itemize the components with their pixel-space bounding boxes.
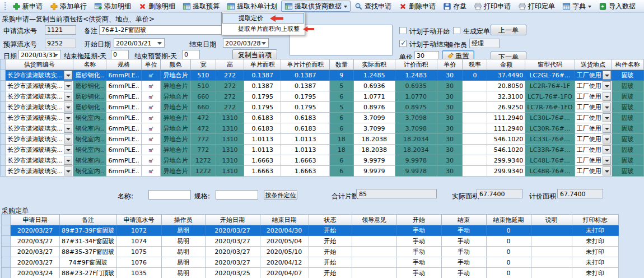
table-cell[interactable]: 1.6663 — [281, 155, 330, 166]
table-cell[interactable]: 6 — [329, 123, 353, 134]
dropdown-arrow-icon[interactable] — [603, 145, 611, 154]
filter-spec-field[interactable] — [216, 190, 258, 200]
table-cell[interactable]: 6mmPLE.. — [106, 155, 141, 166]
row-selector-gutter[interactable] — [2, 268, 11, 278]
end-date-combo[interactable]: 2020/03/28 — [223, 38, 269, 48]
table-cell[interactable]: 磨砂钢化.. — [73, 102, 106, 113]
column-header[interactable]: 单价 — [437, 59, 463, 70]
table-cell[interactable]: 2020/03/27 — [11, 257, 60, 268]
table-row[interactable]: 长沙市潇湘玻璃实...磨砂钢化..6mmPLE..㎡异地合片5102720.13… — [1, 70, 644, 81]
column-header[interactable]: 实际面积 — [353, 59, 395, 70]
table-cell[interactable]: LC48R-76#... — [525, 166, 575, 177]
column-header[interactable]: 宽 — [190, 59, 216, 70]
table-cell[interactable]: 18.2034 — [395, 145, 437, 155]
table-cell[interactable]: 510 — [190, 70, 216, 81]
toolbar-grip[interactable] — [4, 2, 6, 10]
table-cell[interactable]: 546.1020 — [487, 145, 525, 155]
table-row[interactable]: 2020/03/2789#37-39F窗固玻1072易明2020/03/2720… — [2, 225, 619, 236]
table-cell[interactable]: 18 — [329, 134, 353, 145]
row-selector-gutter[interactable] — [1, 113, 6, 123]
warn-days-field[interactable] — [182, 50, 200, 59]
table-cell[interactable]: 工厂使用 — [575, 166, 612, 177]
table-cell[interactable]: 长沙市潇湘玻璃实... — [6, 134, 73, 145]
toolbar-button-find-request[interactable]: 查找申请 — [351, 1, 395, 12]
table-cell[interactable]: 18.2038 — [353, 134, 395, 145]
toolbar-button-extract-budget[interactable]: 提取预算 — [179, 1, 223, 12]
table-cell[interactable]: 472 — [190, 113, 216, 123]
table-cell[interactable] — [352, 257, 396, 268]
table-cell[interactable]: 1.2483 — [395, 70, 437, 81]
table-cell[interactable]: 1310 — [216, 134, 244, 145]
locate-by-condition-button[interactable]: 按条件定位 — [264, 190, 297, 200]
column-header[interactable]: 开始日期 — [205, 215, 260, 225]
column-header[interactable]: 高 — [216, 59, 244, 70]
dropdown-arrow-icon[interactable] — [603, 113, 611, 122]
table-cell[interactable]: 3.7098 — [395, 113, 437, 123]
table-cell[interactable]: 87#31-34F窗固玻 — [60, 236, 117, 247]
table-cell[interactable]: 9.9978 — [395, 166, 437, 177]
table-row[interactable]: 长沙市潇湘玻璃实...磨砂钢化..6mmPLE..㎡异地合片5102720.13… — [1, 81, 644, 91]
table-cell[interactable]: 30 — [437, 91, 463, 102]
table-cell[interactable]: 未打印 — [572, 257, 618, 268]
dropdown-arrow-icon[interactable] — [64, 103, 72, 112]
table-cell[interactable]: 磨砂钢化.. — [73, 81, 106, 91]
table-cell[interactable] — [463, 91, 487, 102]
table-cell[interactable] — [352, 268, 396, 278]
table-cell[interactable]: 异地合片 — [161, 81, 190, 91]
generate-order-checkbox[interactable] — [453, 27, 460, 34]
table-cell[interactable]: 2020/03/27 — [205, 257, 260, 268]
table-cell[interactable]: 1310 — [216, 123, 244, 134]
table-cell[interactable] — [531, 257, 572, 268]
table-cell[interactable] — [463, 123, 487, 134]
table-cell[interactable]: LC30L-76#... — [525, 113, 575, 123]
dropdown-arrow-icon[interactable] — [64, 145, 72, 154]
table-cell[interactable]: 32.3100 — [487, 91, 525, 102]
table-cell[interactable]: 手动 — [441, 268, 486, 278]
table-cell[interactable]: 2020/04/30 — [260, 225, 309, 236]
table-row[interactable]: 长沙市潇湘玻璃实...钢化室内..6mmPLE..㎡异地合片47213100.6… — [1, 123, 644, 134]
table-cell[interactable]: 299.9340 — [487, 166, 525, 177]
table-row[interactable]: 长沙市潇湘玻璃实...钢化室内..6mmPLE..㎡异地合片47213100.6… — [1, 113, 644, 123]
table-cell[interactable]: 30 — [437, 155, 463, 166]
table-cell[interactable] — [463, 166, 487, 177]
row-selector-gutter[interactable] — [1, 91, 6, 102]
table-cell[interactable]: 0.6183 — [244, 123, 281, 134]
table-cell[interactable]: 2020/03/24 — [11, 268, 60, 278]
table-cell[interactable]: 固玻 — [612, 166, 643, 177]
dropdown-arrow-icon[interactable] — [603, 103, 611, 112]
dropdown-arrow-icon[interactable] — [603, 81, 611, 90]
table-cell[interactable] — [531, 225, 572, 236]
table-cell[interactable]: 钢化室内.. — [73, 123, 106, 134]
table-cell[interactable]: 2020/03/27 — [11, 236, 60, 247]
table-cell[interactable]: 6 — [329, 91, 353, 102]
toolbar-button-import-data[interactable]: 导入数据 — [595, 1, 639, 12]
menu-item-extract-area-roundup[interactable]: 提取单片面积向上取整 — [222, 24, 304, 34]
table-cell[interactable]: 固玻 — [612, 123, 643, 134]
table-cell[interactable]: LC2R-76#-1F — [525, 81, 575, 91]
table-cell[interactable]: 固玻 — [612, 91, 643, 102]
column-header[interactable]: 状态 — [309, 215, 352, 225]
table-cell[interactable]: 固玻 — [612, 113, 643, 123]
dropdown-arrow-icon[interactable] — [64, 166, 72, 175]
table-cell[interactable] — [531, 268, 572, 278]
table-cell[interactable]: 272 — [216, 91, 244, 102]
table-cell[interactable]: 手动 — [396, 247, 441, 257]
row-selector-gutter[interactable] — [2, 236, 11, 247]
column-header[interactable]: 颜色 — [161, 59, 190, 70]
column-header[interactable]: 操作员 — [161, 215, 205, 225]
table-cell[interactable]: ㎡ — [141, 81, 161, 91]
date-combo[interactable]: 2020/03/31 — [18, 50, 61, 59]
table-cell[interactable]: 易明 — [161, 257, 205, 268]
table-cell[interactable]: 0.6183 — [281, 113, 330, 123]
table-cell[interactable]: 固玻 — [612, 155, 643, 166]
table-cell[interactable]: 1310 — [216, 113, 244, 123]
table-cell[interactable]: 手动 — [396, 257, 441, 268]
column-header[interactable]: 说明 — [531, 215, 572, 225]
table-cell[interactable]: 546.1020 — [487, 134, 525, 145]
table-cell[interactable]: 未打印 — [572, 225, 618, 236]
dropdown-arrow-icon[interactable] — [64, 124, 72, 133]
table-cell[interactable]: 30 — [437, 113, 463, 123]
column-header[interactable]: 单位 — [141, 59, 161, 70]
table-cell[interactable]: 手动 — [441, 225, 486, 236]
table-cell[interactable]: ㎡ — [141, 123, 161, 134]
